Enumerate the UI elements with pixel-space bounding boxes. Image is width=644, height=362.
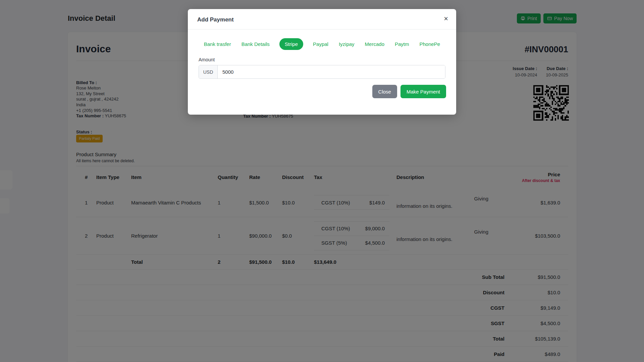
- amount-label: Amount: [199, 57, 445, 62]
- tab-iyzipay[interactable]: Iyzipay: [338, 38, 355, 50]
- amount-input[interactable]: [218, 65, 445, 78]
- add-payment-modal: Add Payment × Bank trasferBank DetailsSt…: [188, 9, 456, 115]
- tab-phonepe[interactable]: PhonePe: [419, 38, 441, 50]
- payment-method-tabs: Bank trasferBank DetailsStripePaypalIyzi…: [188, 38, 456, 50]
- amount-input-group: USD: [199, 65, 445, 79]
- tab-paytm[interactable]: Paytm: [394, 38, 410, 50]
- tab-paypal[interactable]: Paypal: [312, 38, 329, 50]
- close-icon[interactable]: ×: [444, 15, 448, 22]
- tab-bank-details[interactable]: Bank Details: [241, 38, 270, 50]
- tab-mercado[interactable]: Mercado: [364, 38, 385, 50]
- make-payment-button[interactable]: Make Payment: [400, 85, 446, 98]
- currency-prefix: USD: [199, 65, 218, 78]
- close-button[interactable]: Close: [372, 85, 397, 98]
- modal-title: Add Payment: [197, 16, 447, 23]
- tab-bank-trasfer[interactable]: Bank trasfer: [203, 38, 232, 50]
- tab-stripe[interactable]: Stripe: [279, 38, 303, 50]
